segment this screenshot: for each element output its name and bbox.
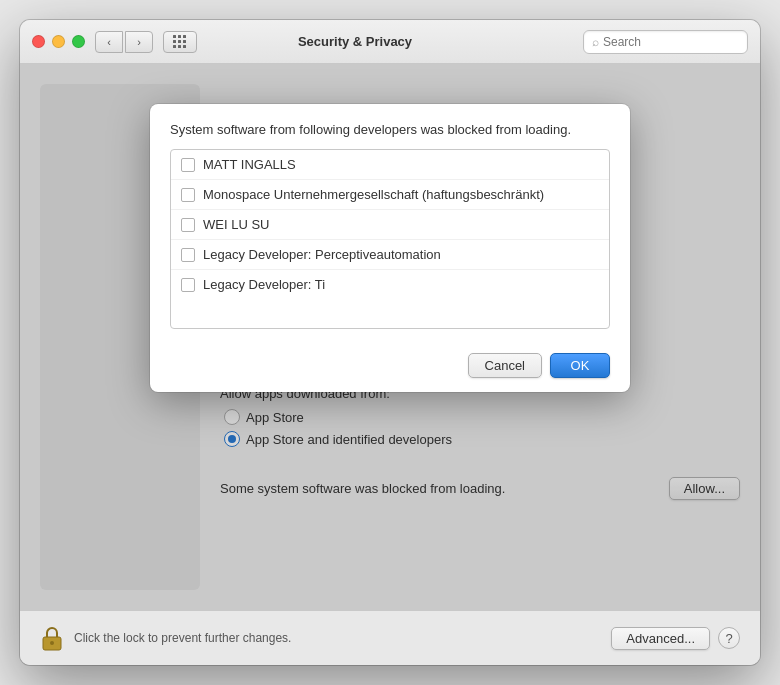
- content: Allow apps downloaded from: App Store Ap…: [20, 64, 760, 610]
- ok-button[interactable]: OK: [550, 353, 610, 378]
- checkbox-matt-ingalls[interactable]: [181, 158, 195, 172]
- modal-dialog: System software from following developer…: [150, 104, 630, 392]
- search-icon: ⌕: [592, 35, 599, 49]
- traffic-lights: [32, 35, 85, 48]
- titlebar: ‹ › Security & Privacy ⌕: [20, 20, 760, 64]
- minimize-button[interactable]: [52, 35, 65, 48]
- modal-body: System software from following developer…: [150, 104, 630, 343]
- modal-overlay: System software from following developer…: [20, 64, 760, 610]
- help-button[interactable]: ?: [718, 627, 740, 649]
- checkbox-wei-lu-su[interactable]: [181, 218, 195, 232]
- checkbox-label-wei-lu-su: WEI LU SU: [203, 217, 269, 232]
- search-box[interactable]: ⌕: [583, 30, 748, 54]
- window: ‹ › Security & Privacy ⌕ Allow apps down…: [20, 20, 760, 665]
- lock-text: Click the lock to prevent further change…: [74, 631, 611, 645]
- bottom-bar: Click the lock to prevent further change…: [20, 610, 760, 665]
- checkbox-item-matt-ingalls: MATT INGALLS: [171, 150, 609, 180]
- modal-footer: Cancel OK: [150, 343, 630, 392]
- checkbox-list: MATT INGALLS Monospace Unternehmergesell…: [170, 149, 610, 329]
- window-title: Security & Privacy: [127, 34, 583, 49]
- svg-point-1: [50, 641, 54, 645]
- back-button[interactable]: ‹: [95, 31, 123, 53]
- checkbox-item-wei-lu-su: WEI LU SU: [171, 210, 609, 240]
- maximize-button[interactable]: [72, 35, 85, 48]
- checkbox-label-legacy-perceptive: Legacy Developer: Perceptiveautomation: [203, 247, 441, 262]
- checkbox-label-matt-ingalls: MATT INGALLS: [203, 157, 296, 172]
- checkbox-monospace[interactable]: [181, 188, 195, 202]
- checkbox-label-legacy-ti: Legacy Developer: Ti: [203, 277, 325, 292]
- checkbox-item-legacy-perceptive: Legacy Developer: Perceptiveautomation: [171, 240, 609, 270]
- checkbox-label-monospace: Monospace Unternehmergesellschaft (haftu…: [203, 187, 544, 202]
- checkbox-legacy-perceptive[interactable]: [181, 248, 195, 262]
- close-button[interactable]: [32, 35, 45, 48]
- modal-message: System software from following developer…: [170, 122, 610, 137]
- lock-icon: [40, 624, 64, 652]
- checkbox-legacy-ti[interactable]: [181, 278, 195, 292]
- checkbox-item-legacy-ti: Legacy Developer: Ti: [171, 270, 609, 299]
- advanced-button[interactable]: Advanced...: [611, 627, 710, 650]
- search-input[interactable]: [603, 35, 739, 49]
- cancel-button[interactable]: Cancel: [468, 353, 542, 378]
- checkbox-item-monospace: Monospace Unternehmergesellschaft (haftu…: [171, 180, 609, 210]
